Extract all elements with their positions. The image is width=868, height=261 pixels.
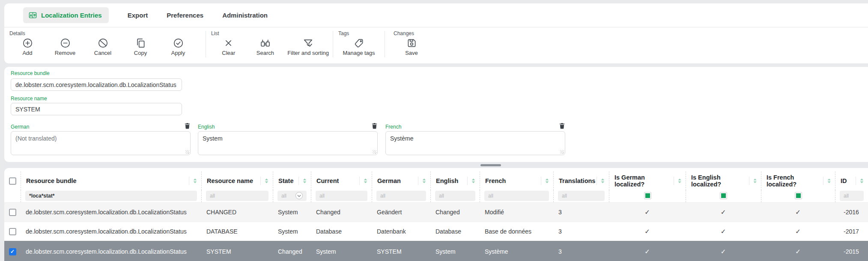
french-delete-button[interactable] bbox=[558, 122, 566, 130]
green-checkbox-icon[interactable] bbox=[720, 192, 727, 199]
filter-state[interactable]: all bbox=[273, 190, 311, 202]
tag-icon bbox=[353, 37, 365, 49]
german-textarea[interactable]: (Not translated) bbox=[11, 131, 191, 155]
toolbar-group-label: Tags bbox=[333, 29, 385, 37]
english-textarea[interactable]: System bbox=[198, 131, 378, 155]
toolbar: Details Add Remove Cancel Copy bbox=[4, 27, 868, 63]
filter-and-sorting-button[interactable]: Filter and sorting bbox=[283, 37, 333, 56]
manage-tags-button[interactable]: Manage tags bbox=[337, 37, 380, 56]
french-textarea[interactable]: Système bbox=[385, 131, 565, 155]
cell-translations: 3 bbox=[553, 222, 609, 241]
cell-resource-bundle: de.lobster.scm.coresystem.localization.d… bbox=[21, 241, 201, 261]
row-checkbox-checked[interactable]: ✓ bbox=[9, 248, 16, 255]
details-form-panel: Resource bundle de.lobster.scm.coresyste… bbox=[4, 67, 868, 162]
sort-icon[interactable] bbox=[471, 178, 476, 184]
sort-icon[interactable] bbox=[544, 178, 550, 184]
column-header-current[interactable]: Current bbox=[311, 171, 372, 190]
splitter-drag-handle[interactable] bbox=[480, 164, 501, 166]
main-nav: Localization Entries Export Preferences … bbox=[4, 3, 868, 27]
clear-button[interactable]: Clear bbox=[210, 37, 247, 56]
apply-button[interactable]: Apply bbox=[159, 37, 197, 56]
row-checkbox[interactable] bbox=[9, 228, 16, 235]
column-header-german[interactable]: German bbox=[372, 171, 430, 190]
resource-bundle-input[interactable]: de.lobster.scm.coresystem.localization.d… bbox=[11, 78, 182, 91]
table-row-selected[interactable]: ✓ de.lobster.scm.coresystem.localization… bbox=[4, 241, 868, 261]
filter-resource-name[interactable]: all bbox=[201, 190, 273, 202]
check-icon: ✓ bbox=[795, 248, 801, 255]
filter-is-french-localized[interactable] bbox=[761, 190, 835, 202]
sort-icon[interactable] bbox=[264, 178, 269, 184]
sort-icon[interactable] bbox=[752, 178, 758, 184]
filter-english[interactable]: all bbox=[430, 190, 480, 202]
remove-button[interactable]: Remove bbox=[46, 37, 84, 56]
column-header-english[interactable]: English bbox=[430, 171, 480, 190]
sort-icon[interactable] bbox=[677, 178, 682, 184]
sort-icon[interactable] bbox=[826, 178, 832, 184]
resource-bundle-label: Resource bundle bbox=[11, 70, 50, 76]
copy-button[interactable]: Copy bbox=[122, 37, 159, 56]
filter-is-german-localized[interactable] bbox=[609, 190, 686, 202]
tab-administration[interactable]: Administration bbox=[222, 12, 268, 19]
cell-state: System bbox=[273, 203, 311, 222]
trash-icon bbox=[371, 122, 378, 130]
table-row[interactable]: de.lobster.scm.coresystem.localization.d… bbox=[4, 202, 868, 222]
sort-icon[interactable] bbox=[859, 178, 865, 184]
check-icon: ✓ bbox=[721, 248, 726, 255]
green-checkbox-icon[interactable] bbox=[795, 192, 802, 199]
tab-export[interactable]: Export bbox=[128, 12, 148, 19]
save-button[interactable]: Save bbox=[393, 37, 430, 56]
english-delete-button[interactable] bbox=[371, 122, 378, 130]
tab-localization-entries[interactable]: Localization Entries bbox=[23, 7, 109, 23]
sort-icon[interactable] bbox=[363, 178, 368, 184]
translate-icon bbox=[28, 11, 37, 20]
row-checkbox[interactable] bbox=[9, 209, 16, 216]
filter-current[interactable]: all bbox=[311, 190, 372, 202]
cell-id: -2015 bbox=[835, 241, 868, 261]
resize-grip[interactable] bbox=[185, 150, 189, 154]
save-icon bbox=[406, 37, 418, 49]
column-header-resource-name[interactable]: Resource name bbox=[201, 171, 273, 190]
column-header-state[interactable]: State bbox=[273, 171, 311, 190]
chevron-down-icon bbox=[297, 195, 301, 197]
sort-icon[interactable] bbox=[421, 178, 427, 184]
tab-preferences[interactable]: Preferences bbox=[167, 12, 203, 19]
filter-german[interactable]: all bbox=[372, 190, 430, 202]
cell-french: Base de données bbox=[480, 222, 553, 241]
table-row[interactable]: de.lobster.scm.coresystem.localization.d… bbox=[4, 222, 868, 241]
sort-icon[interactable] bbox=[600, 178, 606, 184]
add-button[interactable]: Add bbox=[9, 37, 46, 56]
cancel-button[interactable]: Cancel bbox=[84, 37, 122, 56]
column-header-is-french-localized[interactable]: Is French localized? bbox=[761, 171, 835, 190]
filter-id[interactable]: all bbox=[835, 190, 868, 202]
minus-circle-icon bbox=[60, 37, 71, 49]
x-icon bbox=[223, 37, 234, 49]
check-icon: ✓ bbox=[644, 228, 650, 235]
check-icon: ✓ bbox=[644, 208, 650, 216]
column-header-is-german-localized[interactable]: Is German localized? bbox=[609, 171, 686, 190]
german-delete-button[interactable] bbox=[184, 122, 191, 130]
column-header-french[interactable]: French bbox=[480, 171, 553, 190]
filter-french[interactable]: all bbox=[480, 190, 553, 202]
sort-icon[interactable] bbox=[192, 178, 198, 184]
results-table-panel: Resource bundle Resource name State Curr… bbox=[4, 168, 868, 261]
state-filter-dropdown[interactable] bbox=[295, 192, 303, 199]
sort-icon[interactable] bbox=[302, 178, 307, 184]
trash-icon bbox=[558, 122, 566, 130]
filter-is-english-localized[interactable] bbox=[686, 190, 761, 202]
column-header-id[interactable]: ID bbox=[835, 171, 868, 190]
plus-circle-icon bbox=[22, 37, 33, 49]
cell-id: -2017 bbox=[835, 222, 868, 241]
resize-grip[interactable] bbox=[560, 150, 564, 154]
column-header-is-english-localized[interactable]: Is English localized? bbox=[686, 171, 761, 190]
green-checkbox-icon[interactable] bbox=[644, 192, 651, 199]
resize-grip[interactable] bbox=[373, 150, 376, 154]
column-header-translations[interactable]: Translations bbox=[553, 171, 609, 190]
column-header-resource-bundle[interactable]: Resource bundle bbox=[21, 171, 201, 190]
resource-name-input[interactable]: SYSTEM bbox=[11, 103, 182, 115]
toolbar-group-list: List Clear Search Filter and sorting bbox=[206, 29, 333, 63]
filter-resource-bundle[interactable]: *loca*stat* bbox=[21, 190, 201, 202]
search-button[interactable]: Search bbox=[247, 37, 284, 56]
check-circle-icon bbox=[173, 37, 184, 49]
filter-translations[interactable]: all bbox=[553, 190, 609, 202]
select-all-checkbox[interactable] bbox=[9, 177, 16, 185]
